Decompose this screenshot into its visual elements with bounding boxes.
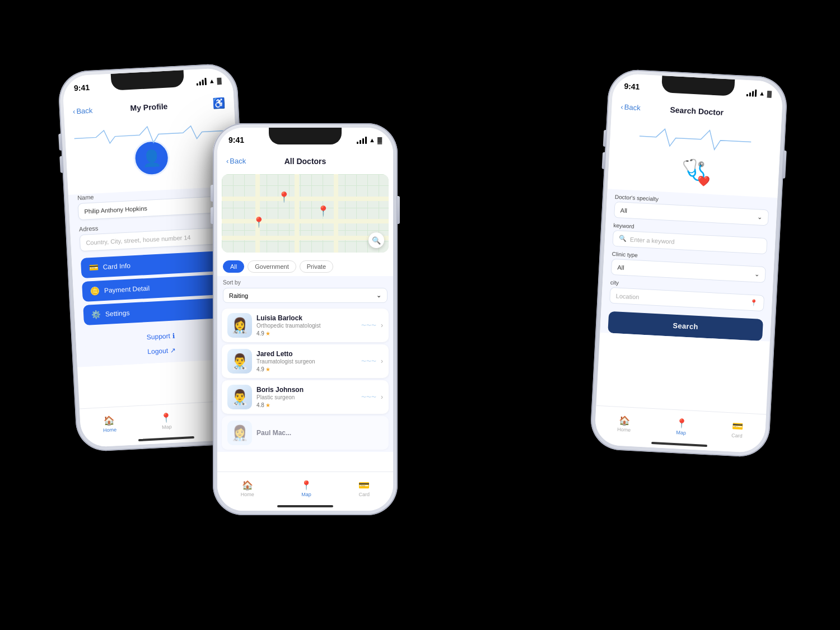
filter-tabs: All Government Private	[217, 257, 393, 276]
doctor-person-icon-1: 👩‍⚕️	[231, 317, 249, 334]
doctor-item-2[interactable]: 👨‍⚕️ Jared Letto Traumatologist surgeon …	[222, 344, 389, 378]
tab-bar-2: 🏠 Home 📍 Map 💳 Card	[217, 472, 393, 511]
tab-map-3[interactable]: 📍 Map	[675, 418, 688, 436]
profile-header: 👤	[64, 113, 238, 189]
nav-bar-2: ‹ Back All Doctors	[217, 152, 393, 170]
search-heartbeat-graphic	[638, 122, 752, 156]
location-pin-icon: 📍	[750, 299, 758, 307]
tab-home-1[interactable]: 🏠 Home	[102, 415, 117, 433]
card-info-label: Card Info	[102, 262, 130, 271]
doctor-specialty-2: Traumatologist surgeon	[256, 358, 357, 365]
map-background: 📍 📍 📍	[222, 174, 389, 253]
map-icon: 📍	[160, 412, 172, 423]
doctor-name-4: Paul Mac...	[256, 429, 383, 437]
tab-map-2[interactable]: 📍 Map	[301, 480, 312, 497]
home-indicator-1	[138, 436, 194, 441]
doctor-name-3: Boris Johnson	[256, 386, 357, 394]
star-icon-1: ★	[265, 330, 270, 337]
ecg-icon-2: 〜〜〜	[361, 358, 376, 365]
home-icon: 🏠	[104, 415, 115, 426]
tab-map-1[interactable]: 📍 Map	[160, 412, 172, 430]
back-button-3[interactable]: ‹ Back	[620, 102, 641, 112]
logout-icon: ↗	[170, 346, 176, 354]
person-icon: 👤	[141, 148, 162, 168]
filter-all[interactable]: All	[223, 260, 244, 273]
doctor-name-1: Luisia Barlock	[256, 314, 357, 322]
tab-bar-3: 🏠 Home 📍 Map 💳 Card	[594, 405, 766, 454]
sort-dropdown[interactable]: Raiting ⌄	[223, 288, 388, 303]
battery-icon: ▓	[217, 77, 222, 84]
volume-up-button-2[interactable]	[211, 185, 213, 202]
doctor-person-icon-4: 👩‍⚕️	[231, 424, 249, 442]
doctor-list: 👩‍⚕️ Luisia Barlock Orthopedic traumatol…	[217, 306, 393, 452]
signal-icon	[196, 77, 207, 85]
doctor-avatar-1: 👩‍⚕️	[227, 313, 252, 338]
doctor-item-1[interactable]: 👩‍⚕️ Luisia Barlock Orthopedic traumatol…	[222, 309, 389, 342]
payment-detail-button[interactable]: 🪙 Payment Detail ›	[82, 274, 235, 302]
accessibility-icon[interactable]: ♿	[212, 97, 225, 110]
volume-up-button-3[interactable]	[603, 130, 607, 147]
sort-label: Sort by	[223, 279, 388, 286]
chevron-down-icon: ⌄	[376, 292, 381, 299]
phone-2-frame: 9:41 ▲ ▓ ‹ Back All Doctors	[213, 123, 398, 515]
doctor-chevron-1: ›	[381, 321, 383, 329]
power-button-3[interactable]	[782, 151, 787, 179]
wifi-icon: ▲	[208, 77, 215, 85]
map-search-button[interactable]: 🔍	[368, 232, 384, 248]
doctor-rating-1: 4.9 ★	[256, 330, 357, 337]
doctor-item-4[interactable]: 👩‍⚕️ Paul Mac...	[222, 416, 389, 450]
logout-link[interactable]: Logout ↗	[147, 346, 176, 356]
doctor-info-3: Boris Johnson Plastic surgeon 4.8 ★	[256, 386, 357, 408]
doctor-person-icon-2: 👨‍⚕️	[231, 353, 249, 370]
ecg-icon-3: 〜〜〜	[361, 394, 376, 401]
map-pin-red: 📍	[278, 191, 290, 203]
tab-home-3[interactable]: 🏠 Home	[617, 415, 632, 433]
heartbeat-graphic	[74, 119, 227, 150]
tab-card-3[interactable]: 💳 Card	[731, 421, 744, 438]
wifi-icon-3: ▲	[759, 90, 766, 97]
wifi-icon-2: ▲	[369, 137, 375, 143]
doctor-specialty-3: Plastic surgeon	[256, 394, 357, 400]
tab-card-2[interactable]: 💳 Card	[358, 480, 370, 497]
doctor-avatar-4: 👩‍⚕️	[227, 421, 252, 445]
doctor-chevron-2: ›	[381, 357, 383, 365]
payment-icon: 🪙	[90, 286, 100, 296]
status-icons-1: ▲ ▓	[196, 77, 222, 85]
doctor-item-3[interactable]: 👨‍⚕️ Boris Johnson Plastic surgeon 4.8 ★…	[222, 380, 389, 414]
ecg-icon-1: 〜〜〜	[361, 322, 376, 329]
card-icon: 💳	[88, 263, 99, 272]
search-icon: 🔍	[619, 235, 627, 242]
volume-up-button[interactable]	[58, 134, 62, 151]
volume-down-button-2[interactable]	[211, 207, 213, 224]
phone-2-screen: 9:41 ▲ ▓ ‹ Back All Doctors	[217, 128, 393, 511]
doctor-chevron-3: ›	[381, 393, 383, 401]
power-button-2[interactable]	[397, 196, 400, 224]
tab-home-2[interactable]: 🏠 Home	[241, 480, 254, 497]
doctor-person-icon-3: 👨‍⚕️	[231, 389, 249, 406]
home-icon-3: 🏠	[619, 415, 631, 426]
doctor-name-2: Jared Letto	[256, 350, 357, 358]
search-button[interactable]: Search	[608, 311, 763, 341]
location-placeholder-text: Location	[615, 292, 639, 300]
card-tab-icon-2: 💳	[358, 480, 370, 491]
back-button-2[interactable]: ‹ Back	[226, 157, 246, 165]
card-info-button[interactable]: 💳 Card Info ›	[81, 250, 234, 278]
support-link[interactable]: Support ℹ	[147, 332, 176, 341]
home-indicator-3	[651, 442, 707, 447]
map-pin-blue: 📍	[317, 205, 329, 217]
back-button-1[interactable]: ‹ Back	[73, 106, 93, 115]
volume-down-button[interactable]	[59, 156, 63, 173]
chevron-down-icon-2: ⌄	[757, 213, 763, 221]
time-1: 9:41	[74, 83, 90, 92]
settings-label: Settings	[105, 309, 130, 318]
filter-government[interactable]: Government	[248, 260, 296, 273]
signal-icon-2	[357, 137, 367, 144]
filter-private[interactable]: Private	[300, 260, 333, 273]
home-indicator-2	[277, 505, 333, 507]
status-icons-2: ▲ ▓	[357, 137, 382, 144]
map-area[interactable]: 📍 📍 📍 🔍	[222, 174, 389, 253]
doctor-specialty-1: Orthopedic traumatologist	[256, 323, 357, 329]
help-icon: ℹ	[172, 332, 176, 339]
settings-icon: ⚙️	[91, 310, 101, 319]
volume-down-button-3[interactable]	[602, 152, 606, 169]
